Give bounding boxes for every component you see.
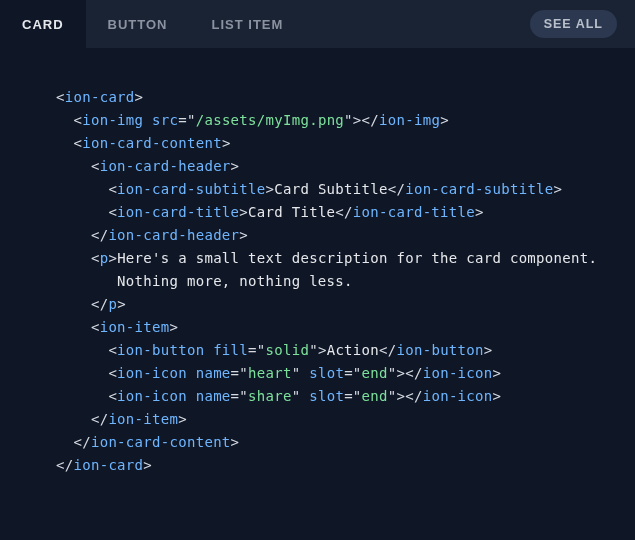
tab-bar: CARD BUTTON LIST ITEM SEE ALL [0, 0, 635, 48]
tab-card[interactable]: CARD [0, 0, 86, 48]
tab-list-item[interactable]: LIST ITEM [190, 0, 306, 48]
see-all-button[interactable]: SEE ALL [530, 10, 617, 38]
tab-button[interactable]: BUTTON [86, 0, 190, 48]
code-panel: <ion-card> <ion-img src="/assets/myImg.p… [0, 48, 635, 540]
code-block: <ion-card> <ion-img src="/assets/myImg.p… [56, 86, 605, 477]
